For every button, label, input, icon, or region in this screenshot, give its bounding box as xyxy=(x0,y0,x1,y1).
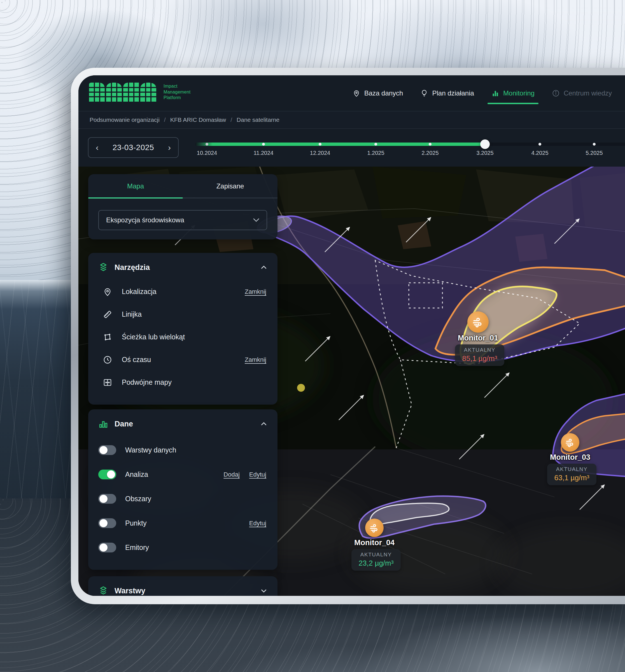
brand-logo[interactable]: Impact Management Platform xyxy=(89,82,190,102)
layers-icon xyxy=(98,262,109,272)
data-toggle-list: Warstwy danych Analiza Dodaj Edytuj Obsz… xyxy=(88,431,278,560)
timeline-dot[interactable] xyxy=(429,143,432,146)
timeline-bar: ‹ 23-03-2025 › 10.2024 11.2024 12.2024 1… xyxy=(78,129,625,167)
tool-sciezka: Ścieżka lub wielokąt xyxy=(103,326,266,348)
main-nav: Baza danych Plan działania Monitoring xyxy=(353,75,612,111)
tools-panel-header[interactable]: Narzędzia xyxy=(88,253,278,274)
nav-item-baza-danych[interactable]: Baza danych xyxy=(353,75,403,111)
timeline-month-label: 12.2024 xyxy=(303,150,337,156)
monitor-name: Monitor_03 xyxy=(534,453,606,462)
tool-list: Lokalizacja Zamknij Linijka Ścieżka lub … xyxy=(88,274,278,394)
layers-panel: Warstwy xyxy=(88,576,278,596)
tool-label[interactable]: Oś czasu xyxy=(122,356,245,364)
timeline-dot[interactable] xyxy=(375,143,377,146)
breadcrumb: Podsumowanie organizacji / KFB ARIC Doma… xyxy=(78,112,625,129)
toggle-label: Obszary xyxy=(125,495,266,503)
layer-type-dropdown[interactable]: Ekspozycja środowiskowa xyxy=(98,210,267,230)
toggle-analiza[interactable] xyxy=(98,470,116,479)
timeline-dot[interactable] xyxy=(206,143,208,146)
toggle-emitory[interactable] xyxy=(98,543,116,552)
timeline-month-label: 1.2025 xyxy=(359,150,392,156)
toggle-label: Warstwy danych xyxy=(125,446,266,454)
lightbulb-icon xyxy=(420,89,428,97)
timeline-dot[interactable] xyxy=(262,143,265,146)
monitor-value: 23,2 µg/m³ xyxy=(353,559,399,568)
toggle-row-obszary: Obszary xyxy=(98,487,266,511)
add-link[interactable]: Dodaj xyxy=(223,471,239,478)
dual-map-icon xyxy=(103,378,112,387)
edit-link[interactable]: Edytuj xyxy=(249,471,266,478)
tool-label[interactable]: Lokalizacja xyxy=(122,288,245,296)
panel-title: Warstwy xyxy=(115,586,254,595)
breadcrumb-item[interactable]: KFB ARIC Domasław xyxy=(170,117,226,123)
toggle-label: Analiza xyxy=(125,471,223,479)
page: { "brand": { "name": "RAFA", "tagline_li… xyxy=(0,0,625,672)
wind-icon xyxy=(565,437,575,448)
app-header: Impact Management Platform Baza danych P… xyxy=(78,75,625,112)
breadcrumb-item[interactable]: Dane satelitarne xyxy=(237,117,280,123)
nav-item-centrum-wiedzy[interactable]: Centrum wiedzy xyxy=(552,75,612,111)
monitor-name: Monitor_04 xyxy=(338,538,411,547)
nav-item-plan-dzialania[interactable]: Plan działania xyxy=(420,75,474,111)
device-frame: Impact Management Platform Baza danych P… xyxy=(71,68,625,604)
layers-panel-header[interactable]: Warstwy xyxy=(88,576,278,596)
timeline-month-label: 2.2025 xyxy=(413,150,447,156)
tool-label[interactable]: Linijka xyxy=(122,310,266,318)
timeline-thumb[interactable] xyxy=(480,140,490,149)
timeline-month-label: 11.2024 xyxy=(247,150,280,156)
tool-os-czasu: Oś czasu Zamknij xyxy=(103,348,266,371)
date-next-icon[interactable]: › xyxy=(168,143,171,152)
toggle-row-emitory: Emitory xyxy=(98,535,266,560)
date-picker[interactable]: ‹ 23-03-2025 › xyxy=(88,137,179,158)
tool-close-link[interactable]: Zamknij xyxy=(245,288,266,295)
nav-label: Baza danych xyxy=(364,89,403,97)
panel-title: Narzędzia xyxy=(115,263,254,272)
timeline-dot[interactable] xyxy=(593,143,596,146)
bar-chart-icon xyxy=(491,89,499,97)
tool-lokalizacja: Lokalizacja Zamknij xyxy=(103,280,266,303)
tool-close-link[interactable]: Zamknij xyxy=(245,356,266,363)
tab-mapa[interactable]: Mapa xyxy=(88,174,183,198)
bar-chart-icon xyxy=(98,419,109,429)
map-view-panel: Mapa Zapisane Ekspozycja środowiskowa xyxy=(88,174,278,239)
edit-link[interactable]: Edytuj xyxy=(249,520,266,527)
chevron-up-icon[interactable] xyxy=(260,264,267,271)
ruler-icon xyxy=(103,310,112,319)
nav-item-monitoring[interactable]: Monitoring xyxy=(491,75,534,111)
monitor-status: AKTUALNY xyxy=(353,552,399,558)
nav-label: Centrum wiedzy xyxy=(564,89,612,97)
location-pin-icon xyxy=(103,287,112,296)
chevron-up-icon[interactable] xyxy=(260,420,267,428)
polygon-icon xyxy=(103,332,112,342)
toggle-row-warstwy-danych: Warstwy danych xyxy=(98,438,266,462)
toggle-punkty[interactable] xyxy=(98,518,116,528)
toggle-label: Emitory xyxy=(125,544,266,552)
tool-label[interactable]: Ścieżka lub wielokąt xyxy=(122,333,266,341)
data-panel-header[interactable]: Dane xyxy=(88,409,278,431)
tool-label[interactable]: Podwójne mapy xyxy=(122,378,266,386)
air-quality-marker-icon[interactable] xyxy=(561,433,579,452)
rafa-logo-icon xyxy=(89,82,156,102)
toggle-warstwy-danych[interactable] xyxy=(98,445,116,455)
data-panel: Dane Warstwy danych Analiza Dodaj Edytuj… xyxy=(88,409,278,570)
monitor-badge: AKTUALNY 23,2 µg/m³ xyxy=(352,549,401,571)
tool-linijka: Linijka xyxy=(103,303,266,326)
chevron-down-icon[interactable] xyxy=(260,587,267,595)
chevron-down-icon xyxy=(253,218,259,222)
nav-label: Plan działania xyxy=(432,89,474,97)
breadcrumb-item[interactable]: Podsumowanie organizacji xyxy=(90,117,160,123)
timeline-dot[interactable] xyxy=(538,143,541,146)
monitor-value: 85,1 µg/m³ xyxy=(457,354,503,363)
tools-panel: Narzędzia Lokalizacja Zamknij Linijka xyxy=(88,253,278,405)
air-quality-marker-icon[interactable] xyxy=(467,311,489,333)
timeline-month-label: 4.2025 xyxy=(523,150,557,156)
date-prev-icon[interactable]: ‹ xyxy=(96,143,99,152)
timeline-dot[interactable] xyxy=(319,143,321,146)
wind-icon xyxy=(472,316,484,328)
tab-zapisane[interactable]: Zapisane xyxy=(183,174,278,198)
toggle-obszary[interactable] xyxy=(98,494,116,504)
toggle-row-punkty: Punkty Edytuj xyxy=(98,511,266,535)
monitor-value: 63,1 µg/m³ xyxy=(549,474,595,482)
app-window: Impact Management Platform Baza danych P… xyxy=(78,75,625,596)
air-quality-marker-icon[interactable] xyxy=(365,519,384,537)
